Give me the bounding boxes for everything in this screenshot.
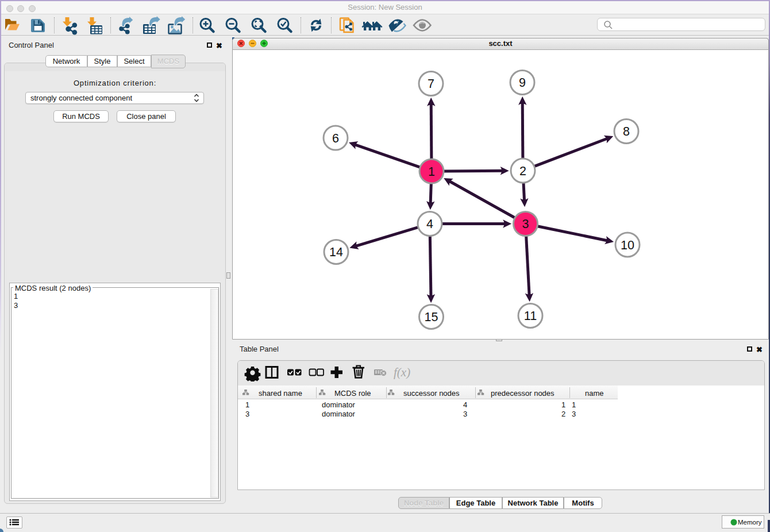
svg-text:15: 15 [425,310,438,324]
svg-text:7: 7 [428,77,434,91]
svg-text:3: 3 [522,217,529,231]
svg-text:10: 10 [621,238,634,252]
svg-text:14: 14 [329,245,343,259]
svg-text:9: 9 [519,76,526,90]
svg-text:1: 1 [428,165,435,179]
svg-text:4: 4 [426,217,433,231]
svg-text:2: 2 [519,164,526,178]
svg-text:f(x): f(x) [394,365,410,379]
svg-text:8: 8 [623,125,630,138]
svg-text:11: 11 [524,309,537,323]
svg-text:6: 6 [332,132,339,145]
